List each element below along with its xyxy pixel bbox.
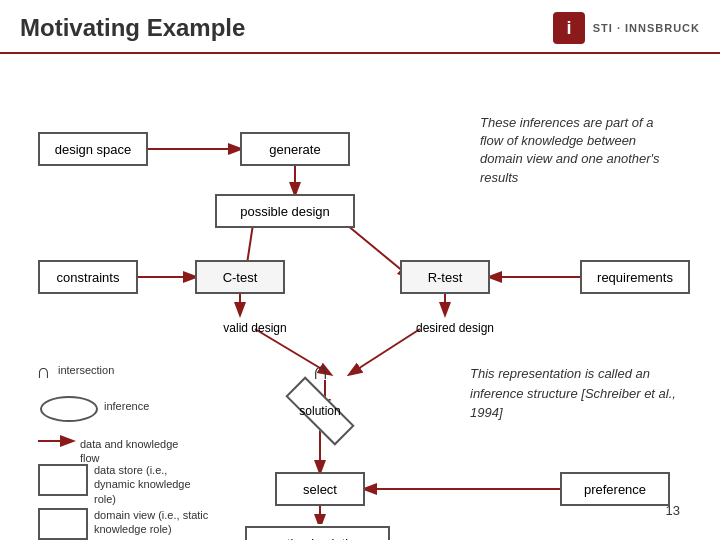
solution-box: solution	[275, 394, 365, 428]
legend-domainview-label: domain view (i.e., static knowledge role…	[94, 508, 209, 537]
info-text-1: These inferences are part of a flow of k…	[480, 114, 680, 187]
requirements-box: requirements	[580, 260, 690, 294]
page-title: Motivating Example	[20, 14, 245, 42]
diagram: design space generate possible design co…	[20, 64, 700, 524]
select-box: select	[275, 472, 365, 506]
page-number: 13	[666, 503, 680, 518]
rtest-box: R-test	[400, 260, 490, 294]
legend-datastore-rect	[38, 464, 88, 496]
legend-intersection-label: intersection	[58, 364, 114, 376]
design-space-box: design space	[38, 132, 148, 166]
constraints-box: constraints	[38, 260, 138, 294]
desired-design-label: desired design	[390, 314, 520, 342]
logo-icon: i	[551, 10, 587, 46]
valid-design-label: valid design	[195, 314, 315, 342]
svg-text:i: i	[566, 18, 571, 38]
ctest-box: C-test	[195, 260, 285, 294]
legend-arrow-svg	[38, 434, 80, 448]
possible-design-box: possible design	[215, 194, 355, 228]
legend-inference-ellipse	[40, 396, 98, 422]
legend-intersection-symbol: ∩	[36, 360, 50, 383]
preference-box: preference	[560, 472, 670, 506]
legend-datastore-label: data store (i.e., dynamic knowledge role…	[94, 463, 204, 506]
logo-text: STI · INNSBRUCK	[593, 22, 700, 34]
legend-inference-label: inference	[104, 400, 149, 412]
main-content: design space generate possible design co…	[0, 54, 720, 534]
legend-arrow-label: data and knowledge flow	[80, 437, 190, 466]
logo-area: i STI · INNSBRUCK	[551, 10, 700, 46]
header: Motivating Example i STI · INNSBRUCK	[0, 0, 720, 54]
solution-label: solution	[299, 404, 340, 418]
generate-box: generate	[240, 132, 350, 166]
legend-domainview-rect	[38, 508, 88, 540]
intersection-diagram-symbol: ∩	[312, 357, 329, 385]
info-text-2: This representation is called an inferen…	[470, 364, 680, 423]
optimal-solution-box: optimal solution	[245, 526, 390, 540]
legend-arrow	[38, 434, 80, 452]
